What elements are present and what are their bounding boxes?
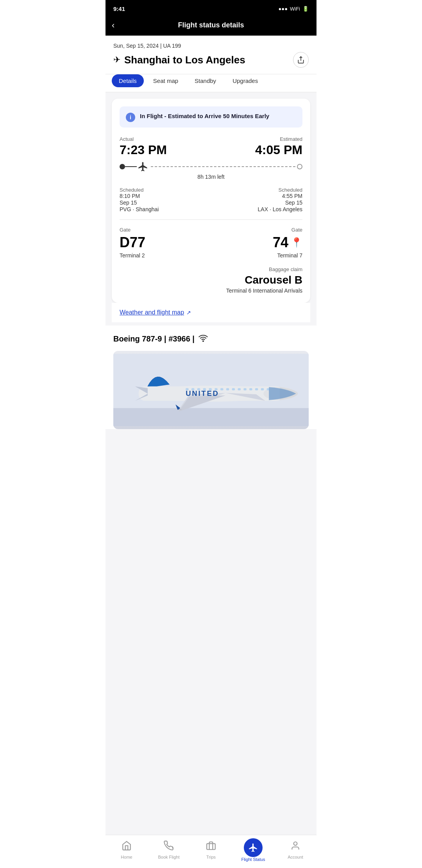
book-flight-icon: [164, 841, 174, 853]
departure-time: 7:23 PM: [120, 143, 167, 157]
aircraft-section: Boeing 787-9 | #3966 |: [106, 325, 316, 429]
status-bar-time: 9:41: [113, 5, 125, 12]
flight-info-top: Sun, Sep 15, 2024 | UA 199 ✈ Shanghai to…: [106, 36, 316, 74]
flight-date: Sun, Sep 15, 2024 | UA 199: [113, 43, 309, 49]
tab-standby[interactable]: Standby: [188, 74, 223, 87]
flight-details-card: i In Flight - Estimated to Arrive 50 Min…: [112, 99, 310, 303]
svg-rect-17: [238, 388, 241, 390]
svg-rect-20: [255, 388, 258, 390]
departure-scheduled-time: 8:10 PM: [120, 193, 159, 199]
account-icon: [290, 841, 300, 853]
departure-label: Actual: [120, 136, 167, 142]
arrival-scheduled-label: Scheduled: [279, 187, 302, 193]
back-chevron-icon: ‹: [112, 20, 114, 31]
departure-scheduled-col: Scheduled 8:10 PM Sep 15 PVG · Shanghai: [120, 187, 159, 212]
svg-rect-22: [267, 388, 269, 390]
flight-route-left: ✈ Shanghai to Los Angeles: [113, 54, 245, 66]
flight-route-row: ✈ Shanghai to Los Angeles: [113, 52, 309, 68]
section-separator: [106, 322, 316, 325]
svg-point-24: [294, 842, 297, 845]
arrival-gate-value-row: 74 📍: [273, 234, 302, 251]
share-icon: [297, 56, 305, 64]
nav-home-label: Home: [121, 855, 132, 859]
progress-line-solid: [125, 166, 137, 167]
divider-1: [120, 219, 302, 220]
arrival-gate-terminal: Terminal 7: [277, 252, 302, 259]
svg-rect-15: [226, 388, 229, 390]
nav-account[interactable]: Account: [274, 841, 316, 859]
tab-seatmap[interactable]: Seat map: [146, 74, 185, 87]
page-title: Flight status details: [178, 21, 244, 29]
svg-rect-14: [220, 388, 223, 390]
aircraft-image: UNITED: [113, 351, 309, 429]
gate-section: Gate D77 Terminal 2 Gate 74 📍 Terminal 7: [120, 227, 302, 259]
baggage-claim-section: Baggage claim Carousel B Terminal 6 Inte…: [120, 266, 302, 295]
weather-link-text: Weather and flight map: [120, 309, 184, 316]
svg-rect-9: [191, 388, 194, 390]
departure-airport: PVG · Shanghai: [120, 206, 159, 212]
svg-point-1: [203, 341, 204, 341]
nav-trips[interactable]: Trips: [190, 841, 232, 859]
departure-gate-label: Gate: [120, 227, 145, 233]
scheduled-info-row: Scheduled 8:10 PM Sep 15 PVG · Shanghai …: [120, 187, 302, 212]
header: ‹ Flight status details: [106, 17, 316, 36]
time-section: Actual 7:23 PM Estimated 4:05 PM: [120, 136, 302, 180]
aircraft-title: Boeing 787-9 | #3966 |: [113, 333, 309, 345]
nav-trips-label: Trips: [206, 855, 216, 859]
arrival-gate-label: Gate: [291, 227, 302, 233]
arrival-airport: LAX · Los Angeles: [258, 206, 302, 212]
departure-scheduled-date: Sep 15: [120, 199, 159, 206]
baggage-label: Baggage claim: [120, 266, 302, 272]
battery-icon: 🔋: [302, 6, 309, 12]
nav-flight-status-label: Flight Status: [241, 857, 265, 862]
flight-plane-icon: ✈: [113, 55, 120, 65]
home-icon: [122, 841, 132, 853]
departure-gate-value: D77: [120, 234, 145, 251]
svg-rect-18: [243, 388, 246, 390]
wifi-status-icon: WiFi: [290, 6, 300, 12]
external-link-icon: ↗: [186, 309, 191, 316]
trips-icon: [206, 841, 216, 853]
map-pin-icon: 📍: [291, 237, 302, 248]
arrival-scheduled-date: Sep 15: [285, 199, 302, 206]
nav-book[interactable]: Book Flight: [148, 841, 190, 859]
nav-book-label: Book Flight: [158, 855, 179, 859]
weather-link[interactable]: Weather and flight map ↗: [112, 303, 310, 322]
tab-upgrades[interactable]: Upgrades: [225, 74, 265, 87]
baggage-terminal: Terminal 6 International Arrivals: [120, 287, 302, 295]
tab-details[interactable]: Details: [112, 74, 144, 87]
baggage-value: Carousel B: [120, 274, 302, 286]
share-button[interactable]: [293, 52, 309, 68]
svg-rect-8: [186, 388, 188, 390]
arrival-scheduled-time: 4:55 PM: [282, 193, 302, 199]
progress-plane-icon: [138, 161, 148, 172]
nav-account-label: Account: [288, 855, 303, 859]
departure-scheduled-label: Scheduled: [120, 187, 159, 193]
nav-flight-status[interactable]: Flight Status: [232, 838, 274, 862]
svg-rect-10: [197, 388, 200, 390]
arrival-gate-number: 74: [273, 234, 288, 251]
time-left: 8h 13m left: [120, 174, 302, 180]
arrival-dot: [297, 164, 302, 169]
info-icon: i: [126, 113, 135, 122]
svg-rect-13: [215, 388, 217, 390]
status-bar: 9:41 ●●● WiFi 🔋: [106, 0, 316, 17]
svg-rect-12: [209, 388, 211, 390]
departure-gate-col: Gate D77 Terminal 2: [120, 227, 145, 259]
svg-rect-3: [113, 408, 309, 426]
back-button[interactable]: ‹: [112, 20, 114, 31]
svg-rect-23: [207, 844, 215, 850]
aircraft-name: Boeing 787-9 | #3966 |: [113, 334, 195, 343]
departure-gate-terminal: Terminal 2: [120, 252, 145, 259]
flight-route-text: Shanghai to Los Angeles: [124, 54, 245, 66]
time-row: Actual 7:23 PM Estimated 4:05 PM: [120, 136, 302, 157]
aircraft-illustration: UNITED: [113, 351, 309, 429]
status-bar-icons: ●●● WiFi 🔋: [278, 6, 309, 12]
arrival-scheduled-col: Scheduled 4:55 PM Sep 15 LAX · Los Angel…: [258, 187, 302, 212]
svg-rect-16: [232, 388, 235, 390]
progress-line-dashed: [151, 166, 295, 167]
flight-status-active-circle: [244, 838, 263, 857]
nav-home[interactable]: Home: [106, 841, 148, 859]
svg-rect-19: [249, 388, 252, 390]
status-banner: i In Flight - Estimated to Arrive 50 Min…: [120, 106, 302, 128]
